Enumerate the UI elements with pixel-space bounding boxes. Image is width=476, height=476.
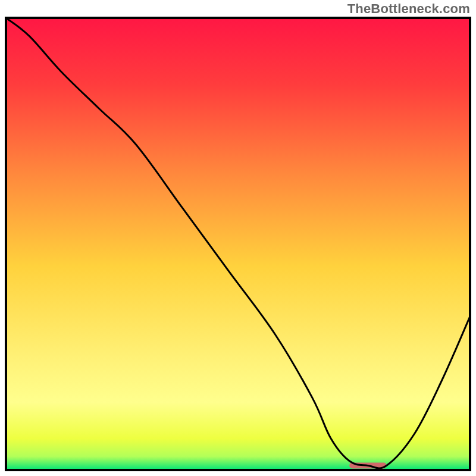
chart-container: TheBottleneck.com xyxy=(0,0,476,476)
chart-svg xyxy=(0,0,476,476)
watermark-text: TheBottleneck.com xyxy=(347,1,470,17)
